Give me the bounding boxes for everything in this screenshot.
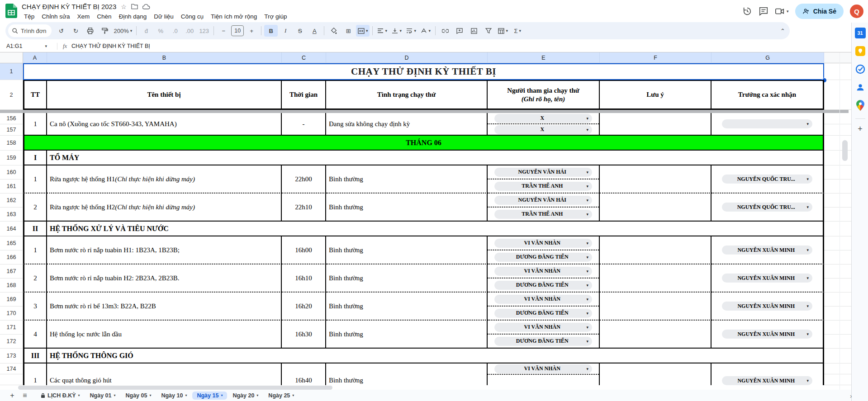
participant-dropdown[interactable]: TRẦN THẾ ANH▾	[494, 182, 592, 191]
confirm-dropdown[interactable]: NGUYỄN XUÂN MINH▾	[722, 274, 812, 283]
add-sheet-button[interactable]: +	[6, 392, 18, 400]
cell-note[interactable]	[600, 193, 711, 222]
header-cell-confirm[interactable]: Trưởng ca xác nhận	[711, 80, 824, 110]
cell-note[interactable]	[600, 236, 711, 264]
row-header-169[interactable]: 169170	[0, 292, 23, 321]
sheet-tab-ngay-01[interactable]: Ngày 01▾	[85, 392, 120, 400]
version-history-icon[interactable]	[742, 6, 752, 16]
cell-status[interactable]: Bình thường	[326, 264, 488, 292]
name-box[interactable]: A1:G1 ▾	[0, 43, 51, 49]
row-header-173[interactable]: 173	[0, 349, 23, 363]
cell-time[interactable]: 16h30	[282, 321, 326, 349]
participant-dropdown[interactable]: NGUYỄN VĂN HẢI▾	[494, 168, 592, 177]
font-size-increase-button[interactable]: +	[245, 25, 258, 37]
cell-tt[interactable]: 2	[23, 264, 47, 292]
row-header-174[interactable]: 174	[0, 363, 23, 385]
account-avatar[interactable]: Q	[850, 5, 863, 18]
confirm-dropdown[interactable]: NGUYỄN XUÂN MINH▾	[722, 376, 812, 385]
font-size-decrease-button[interactable]: −	[217, 25, 230, 37]
header-cell-name[interactable]: Tên thiết bị	[47, 80, 282, 110]
all-sheets-button[interactable]: ≡	[19, 392, 31, 400]
contacts-icon[interactable]	[854, 81, 866, 93]
cell-note[interactable]	[600, 165, 711, 193]
font-size-input[interactable]: 10	[231, 25, 244, 36]
menu-file[interactable]: Tệp	[21, 12, 38, 21]
row-header-167[interactable]: 167168	[0, 264, 23, 292]
toolbar-collapse-button[interactable]: ⌃	[780, 22, 785, 39]
hide-side-panel-chevron[interactable]: ›	[850, 392, 852, 400]
create-filter-button[interactable]	[482, 25, 495, 37]
tasks-icon[interactable]	[854, 63, 866, 75]
row-header-160[interactable]: 160161	[0, 165, 23, 193]
cell-tt[interactable]: 1	[23, 165, 47, 193]
cell-time[interactable]: 22h00	[282, 165, 326, 193]
row-header-164[interactable]: 164	[0, 222, 23, 236]
cell-name[interactable]: Hệ thống lọc nước lẫn dầu	[47, 321, 282, 349]
participant-dropdown[interactable]: NGUYỄN VĂN HẢI▾	[494, 196, 592, 205]
print-button[interactable]	[83, 25, 97, 37]
vertical-scrollbar-thumb[interactable]	[842, 140, 848, 161]
column-header-f[interactable]: F	[600, 52, 711, 63]
participant-dropdown[interactable]: VI VĂN NHÀN▾	[494, 323, 592, 332]
cell-tt[interactable]: 3	[23, 292, 47, 321]
cell-name[interactable]: Bơm nước rò rỉ nắp tuabin H1: 1B23A, 1B2…	[47, 236, 282, 264]
horizontal-align-button[interactable]: ▾	[375, 25, 389, 37]
confirm-dropdown[interactable]: NGUYỄN QUỐC TRU...▾	[722, 203, 812, 212]
confirm-dropdown[interactable]: ▾	[722, 119, 812, 128]
cell-month-banner[interactable]: THÁNG 06	[23, 136, 824, 151]
paint-format-button[interactable]	[98, 25, 111, 37]
vertical-align-button[interactable]: ▾	[390, 25, 403, 37]
menu-insert[interactable]: Chèn	[94, 12, 114, 21]
increase-decimals-button[interactable]: .00	[183, 25, 196, 37]
header-cell-tt[interactable]: TT	[23, 80, 47, 110]
more-formats-button[interactable]: 123	[197, 25, 211, 37]
cell-tt[interactable]: 2	[23, 193, 47, 222]
row-header-165[interactable]: 165166	[0, 236, 23, 264]
row-header-2[interactable]: 2	[0, 80, 23, 110]
meet-video-icon[interactable]	[775, 6, 785, 16]
cell-status[interactable]: Bình thường	[326, 236, 488, 264]
cell-section-roman[interactable]: III	[23, 349, 47, 363]
cell-name[interactable]: Các quạt thông gió hút	[47, 363, 282, 385]
participant-dropdown[interactable]: TRẦN THẾ ANH▾	[494, 210, 592, 219]
menu-format[interactable]: Định dạng	[116, 12, 150, 21]
text-wrap-button[interactable]: ▾	[404, 25, 418, 37]
column-header-b[interactable]: B	[47, 52, 282, 63]
cloud-status-icon[interactable]	[142, 4, 150, 9]
insert-chart-button[interactable]	[467, 25, 481, 37]
participant-dropdown[interactable]: DƯƠNG ĐĂNG TIẾN▾	[494, 337, 592, 346]
cell-section-roman[interactable]: II	[23, 222, 47, 236]
menus-search[interactable]: Trình đơn	[8, 24, 52, 37]
cell-tt[interactable]: 4	[23, 321, 47, 349]
cell-section-title[interactable]: TỔ MÁY	[47, 151, 824, 165]
header-cell-time[interactable]: Thời gian	[282, 80, 326, 110]
horizontal-scrollbar-thumb[interactable]	[18, 386, 332, 390]
text-rotation-button[interactable]: ▾	[419, 25, 432, 37]
text-color-button[interactable]: A	[308, 25, 321, 37]
cell-name[interactable]: Rửa ngược hệ thống H2 (Chỉ thực hiện khi…	[47, 193, 282, 222]
meet-caret-icon[interactable]: ▾	[787, 9, 789, 14]
keep-icon[interactable]	[854, 45, 866, 57]
column-header-d[interactable]: D	[326, 52, 488, 63]
cell-tt[interactable]: 1	[23, 113, 47, 136]
comments-icon[interactable]	[759, 6, 768, 16]
document-title[interactable]: CHẠY ĐỊNH KỲ THIẾT BỊ 2023	[22, 3, 116, 10]
italic-button[interactable]: I	[279, 25, 292, 37]
format-currency-button[interactable]: đ	[139, 25, 153, 37]
cell-time[interactable]: 22h10	[282, 193, 326, 222]
select-all-corner[interactable]	[0, 52, 23, 63]
row-header-1[interactable]: 1	[0, 63, 23, 80]
menu-view[interactable]: Xem	[74, 12, 93, 21]
participant-dropdown[interactable]: VI VĂN NHÀN▾	[494, 239, 592, 248]
cell-tt[interactable]: 1	[23, 363, 47, 385]
share-button[interactable]: Chia Sẻ	[795, 4, 844, 19]
sheet-tab-ngay-05[interactable]: Ngày 05▾	[121, 392, 156, 400]
cell-status[interactable]: Đang sửa không chạy định kỳ	[326, 113, 488, 136]
row-header-162[interactable]: 162163	[0, 193, 23, 222]
cell-status[interactable]: Bình thường	[326, 363, 488, 385]
participant-dropdown[interactable]: X▾	[494, 125, 592, 134]
cell-name[interactable]: Bơm nước rò rỉ bể 13m3: B22A, B22B	[47, 292, 282, 321]
move-folder-icon[interactable]	[131, 4, 138, 9]
frozen-rows-divider[interactable]	[0, 110, 849, 113]
cell-status[interactable]: Bình thường	[326, 321, 488, 349]
